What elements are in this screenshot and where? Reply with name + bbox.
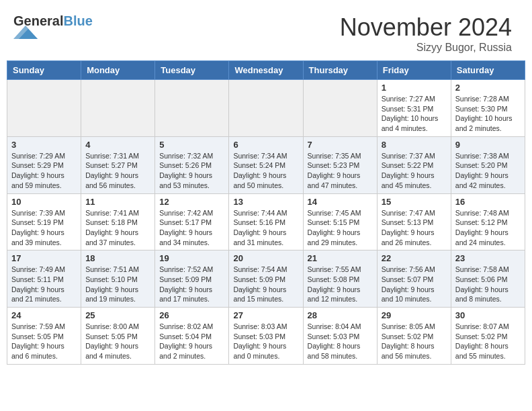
day-number: 6 — [233, 140, 298, 150]
cell-1-2 — [81, 80, 155, 137]
header-monday: Monday — [81, 61, 155, 80]
cell-3-2: 11Sunrise: 7:41 AM Sunset: 5:18 PM Dayli… — [81, 193, 155, 250]
day-info: Sunrise: 8:04 AM Sunset: 5:03 PM Dayligh… — [308, 322, 373, 361]
day-number: 17 — [11, 253, 77, 263]
day-info: Sunrise: 7:58 AM Sunset: 5:06 PM Dayligh… — [455, 265, 521, 304]
day-info: Sunrise: 7:52 AM Sunset: 5:09 PM Dayligh… — [159, 265, 224, 304]
logo-blue-text: Blue — [63, 13, 92, 28]
day-info: Sunrise: 7:39 AM Sunset: 5:19 PM Dayligh… — [11, 208, 77, 248]
cell-1-5 — [303, 80, 377, 137]
day-info: Sunrise: 7:56 AM Sunset: 5:07 PM Dayligh… — [382, 265, 447, 304]
cell-2-7: 9Sunrise: 7:38 AM Sunset: 5:20 PM Daylig… — [451, 136, 525, 193]
day-number: 4 — [85, 140, 150, 150]
day-info: Sunrise: 7:44 AM Sunset: 5:16 PM Dayligh… — [233, 208, 298, 248]
cell-3-7: 16Sunrise: 7:48 AM Sunset: 5:12 PM Dayli… — [451, 193, 525, 250]
day-number: 16 — [455, 197, 521, 207]
cell-2-5: 7Sunrise: 7:35 AM Sunset: 5:23 PM Daylig… — [303, 136, 377, 193]
page-container: GeneralBlue November 2024 Sizyy Bugor, R… — [0, 0, 532, 365]
day-number: 26 — [159, 310, 224, 320]
header: GeneralBlue November 2024 Sizyy Bugor, R… — [0, 0, 532, 60]
cell-4-2: 18Sunrise: 7:51 AM Sunset: 5:10 PM Dayli… — [81, 250, 155, 308]
cell-5-7: 30Sunrise: 8:07 AM Sunset: 5:02 PM Dayli… — [451, 308, 525, 365]
weekday-header-row: Sunday Monday Tuesday Wednesday Thursday… — [7, 61, 525, 80]
day-info: Sunrise: 8:07 AM Sunset: 5:02 PM Dayligh… — [455, 322, 521, 361]
day-number: 18 — [85, 253, 150, 263]
day-info: Sunrise: 7:32 AM Sunset: 5:26 PM Dayligh… — [159, 151, 224, 191]
cell-5-5: 28Sunrise: 8:04 AM Sunset: 5:03 PM Dayli… — [303, 308, 377, 365]
cell-5-4: 27Sunrise: 8:03 AM Sunset: 5:03 PM Dayli… — [229, 308, 303, 365]
cell-1-4 — [229, 80, 303, 137]
cell-1-7: 2Sunrise: 7:28 AM Sunset: 5:30 PM Daylig… — [451, 80, 525, 137]
day-number: 29 — [382, 310, 447, 320]
header-thursday: Thursday — [303, 61, 377, 80]
title-block: November 2024 Sizyy Bugor, Russia — [340, 13, 512, 54]
day-number: 25 — [85, 310, 150, 320]
cell-4-5: 21Sunrise: 7:55 AM Sunset: 5:08 PM Dayli… — [303, 250, 377, 308]
cell-2-3: 5Sunrise: 7:32 AM Sunset: 5:26 PM Daylig… — [155, 136, 229, 193]
day-info: Sunrise: 8:00 AM Sunset: 5:05 PM Dayligh… — [85, 322, 150, 361]
day-number: 3 — [11, 140, 77, 150]
day-number: 23 — [455, 253, 521, 263]
week-row-1: 1Sunrise: 7:27 AM Sunset: 5:31 PM Daylig… — [7, 80, 525, 137]
cell-2-1: 3Sunrise: 7:29 AM Sunset: 5:29 PM Daylig… — [7, 136, 81, 193]
cell-5-3: 26Sunrise: 8:02 AM Sunset: 5:04 PM Dayli… — [155, 308, 229, 365]
day-number: 28 — [308, 310, 373, 320]
day-info: Sunrise: 7:45 AM Sunset: 5:15 PM Dayligh… — [308, 208, 373, 248]
cell-1-3 — [155, 80, 229, 137]
logo: GeneralBlue — [13, 13, 93, 39]
day-number: 8 — [382, 140, 447, 150]
cell-5-1: 24Sunrise: 7:59 AM Sunset: 5:05 PM Dayli… — [7, 308, 81, 365]
header-sunday: Sunday — [7, 61, 81, 80]
day-number: 14 — [308, 197, 373, 207]
cell-5-2: 25Sunrise: 8:00 AM Sunset: 5:05 PM Dayli… — [81, 308, 155, 365]
header-wednesday: Wednesday — [229, 61, 303, 80]
day-number: 2 — [455, 83, 521, 93]
day-number: 24 — [11, 310, 77, 320]
day-info: Sunrise: 8:03 AM Sunset: 5:03 PM Dayligh… — [233, 322, 298, 361]
cell-4-6: 22Sunrise: 7:56 AM Sunset: 5:07 PM Dayli… — [377, 250, 451, 308]
cell-2-2: 4Sunrise: 7:31 AM Sunset: 5:27 PM Daylig… — [81, 136, 155, 193]
cell-3-6: 15Sunrise: 7:47 AM Sunset: 5:13 PM Dayli… — [377, 193, 451, 250]
day-number: 5 — [159, 140, 224, 150]
header-tuesday: Tuesday — [155, 61, 229, 80]
day-info: Sunrise: 7:37 AM Sunset: 5:22 PM Dayligh… — [382, 151, 447, 191]
day-info: Sunrise: 7:28 AM Sunset: 5:30 PM Dayligh… — [455, 94, 521, 134]
day-number: 7 — [308, 140, 373, 150]
cell-2-4: 6Sunrise: 7:34 AM Sunset: 5:24 PM Daylig… — [229, 136, 303, 193]
month-title: November 2024 — [340, 13, 512, 42]
cell-4-7: 23Sunrise: 7:58 AM Sunset: 5:06 PM Dayli… — [451, 250, 525, 308]
day-info: Sunrise: 7:54 AM Sunset: 5:09 PM Dayligh… — [233, 265, 298, 304]
day-info: Sunrise: 7:34 AM Sunset: 5:24 PM Dayligh… — [233, 151, 298, 191]
calendar-table: Sunday Monday Tuesday Wednesday Thursday… — [7, 60, 525, 365]
cell-3-5: 14Sunrise: 7:45 AM Sunset: 5:15 PM Dayli… — [303, 193, 377, 250]
day-info: Sunrise: 8:05 AM Sunset: 5:02 PM Dayligh… — [382, 322, 447, 361]
day-info: Sunrise: 7:42 AM Sunset: 5:17 PM Dayligh… — [159, 208, 224, 248]
day-number: 11 — [85, 197, 150, 207]
cell-3-4: 13Sunrise: 7:44 AM Sunset: 5:16 PM Dayli… — [229, 193, 303, 250]
day-info: Sunrise: 7:29 AM Sunset: 5:29 PM Dayligh… — [11, 151, 77, 191]
day-info: Sunrise: 7:59 AM Sunset: 5:05 PM Dayligh… — [11, 322, 77, 361]
day-info: Sunrise: 7:38 AM Sunset: 5:20 PM Dayligh… — [455, 151, 521, 191]
cell-1-6: 1Sunrise: 7:27 AM Sunset: 5:31 PM Daylig… — [377, 80, 451, 137]
cell-2-6: 8Sunrise: 7:37 AM Sunset: 5:22 PM Daylig… — [377, 136, 451, 193]
day-number: 15 — [382, 197, 447, 207]
cell-3-3: 12Sunrise: 7:42 AM Sunset: 5:17 PM Dayli… — [155, 193, 229, 250]
day-info: Sunrise: 8:02 AM Sunset: 5:04 PM Dayligh… — [159, 322, 224, 361]
day-info: Sunrise: 7:51 AM Sunset: 5:10 PM Dayligh… — [85, 265, 150, 304]
day-number: 27 — [233, 310, 298, 320]
day-number: 20 — [233, 253, 298, 263]
day-info: Sunrise: 7:41 AM Sunset: 5:18 PM Dayligh… — [85, 208, 150, 248]
week-row-4: 17Sunrise: 7:49 AM Sunset: 5:11 PM Dayli… — [7, 250, 525, 308]
day-info: Sunrise: 7:47 AM Sunset: 5:13 PM Dayligh… — [382, 208, 447, 248]
day-info: Sunrise: 7:55 AM Sunset: 5:08 PM Dayligh… — [308, 265, 373, 304]
week-row-3: 10Sunrise: 7:39 AM Sunset: 5:19 PM Dayli… — [7, 193, 525, 250]
day-info: Sunrise: 7:48 AM Sunset: 5:12 PM Dayligh… — [455, 208, 521, 248]
day-number: 21 — [308, 253, 373, 263]
week-row-2: 3Sunrise: 7:29 AM Sunset: 5:29 PM Daylig… — [7, 136, 525, 193]
location: Sizyy Bugor, Russia — [340, 42, 512, 54]
day-info: Sunrise: 7:31 AM Sunset: 5:27 PM Dayligh… — [85, 151, 150, 191]
cell-4-3: 19Sunrise: 7:52 AM Sunset: 5:09 PM Dayli… — [155, 250, 229, 308]
day-number: 12 — [159, 197, 224, 207]
day-info: Sunrise: 7:49 AM Sunset: 5:11 PM Dayligh… — [11, 265, 77, 304]
day-info: Sunrise: 7:35 AM Sunset: 5:23 PM Dayligh… — [308, 151, 373, 191]
